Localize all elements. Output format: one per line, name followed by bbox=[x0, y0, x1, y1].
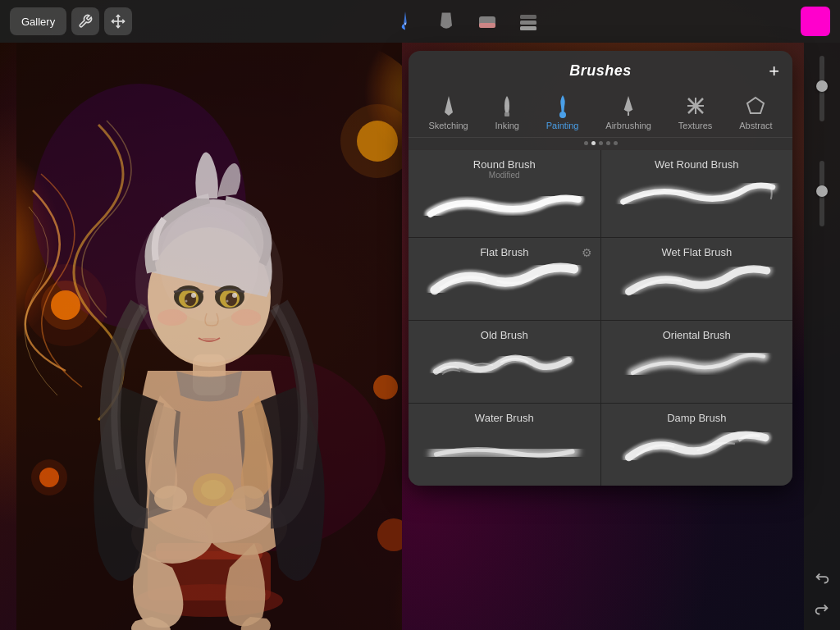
svg-rect-47 bbox=[520, 26, 536, 30]
brush-name-wet-round: Wet Round Brush bbox=[611, 158, 783, 171]
add-brush-button[interactable]: + bbox=[769, 62, 779, 80]
toolbar: Gallery bbox=[0, 0, 840, 43]
opacity-slider[interactable] bbox=[819, 161, 824, 226]
svg-point-20 bbox=[154, 486, 187, 510]
tab-airbrushing-label: Airbrushing bbox=[605, 121, 651, 130]
dot-4 bbox=[606, 141, 610, 145]
airbrushing-icon bbox=[617, 94, 640, 117]
tab-sketching[interactable]: Sketching bbox=[422, 91, 474, 137]
brush-preview-damp bbox=[611, 424, 783, 473]
dot-2 bbox=[591, 141, 596, 145]
brush-grid: Round Brush Modified Wet Round Brush bbox=[409, 150, 792, 486]
svg-point-50 bbox=[559, 112, 566, 118]
brush-preview-flat bbox=[418, 258, 591, 308]
svg-point-39 bbox=[160, 207, 258, 322]
category-tabs: Sketching Inking Painting bbox=[409, 86, 792, 138]
dot-3 bbox=[599, 141, 603, 145]
inking-icon bbox=[495, 94, 518, 117]
settings-button[interactable] bbox=[71, 7, 99, 35]
svg-point-13 bbox=[373, 375, 398, 399]
smudge-tool-icon[interactable] bbox=[431, 7, 461, 36]
brush-cell-wet-flat[interactable]: Wet Flat Brush bbox=[601, 238, 793, 320]
svg-rect-45 bbox=[520, 15, 536, 19]
sketching-icon bbox=[437, 94, 460, 117]
tab-inking[interactable]: Inking bbox=[489, 91, 526, 137]
svg-rect-44 bbox=[479, 23, 495, 28]
right-panel bbox=[804, 43, 840, 630]
brush-cell-round-brush[interactable]: Round Brush Modified bbox=[409, 150, 600, 237]
dot-5 bbox=[614, 141, 618, 145]
panel-header: Brushes + bbox=[409, 51, 792, 86]
brush-cell-old[interactable]: Old Brush bbox=[409, 321, 600, 403]
brush-tool-icon[interactable] bbox=[390, 7, 420, 36]
brush-name-water: Water Brush bbox=[418, 412, 591, 424]
svg-rect-42 bbox=[404, 23, 406, 25]
tab-abstract[interactable]: Abstract bbox=[733, 91, 778, 137]
brush-size-slider[interactable] bbox=[819, 56, 824, 121]
tab-sketching-label: Sketching bbox=[428, 121, 468, 130]
tab-abstract-label: Abstract bbox=[739, 121, 772, 130]
brush-name-damp: Damp Brush bbox=[611, 412, 783, 424]
svg-rect-49 bbox=[504, 112, 509, 116]
tab-dots bbox=[409, 138, 792, 150]
brush-name-wet-flat: Wet Flat Brush bbox=[611, 246, 783, 258]
svg-rect-46 bbox=[520, 21, 536, 25]
textures-icon bbox=[684, 94, 707, 117]
svg-point-23 bbox=[201, 480, 226, 500]
svg-marker-57 bbox=[747, 98, 764, 113]
eraser-tool-icon[interactable] bbox=[472, 7, 502, 36]
canvas-artwork bbox=[16, 43, 402, 630]
flat-brush-settings[interactable]: ⚙ bbox=[582, 246, 592, 259]
brush-cell-flat[interactable]: ⚙ Flat Brush bbox=[409, 238, 600, 320]
brushes-panel: Brushes + Sketching Inking bbox=[409, 51, 792, 486]
gallery-button[interactable]: Gallery bbox=[10, 7, 66, 35]
brush-preview-water bbox=[418, 424, 591, 473]
brush-name-round: Round Brush bbox=[418, 158, 591, 171]
brush-preview-wet-flat bbox=[611, 258, 783, 308]
tab-textures[interactable]: Textures bbox=[672, 91, 719, 137]
toolbar-right bbox=[801, 7, 830, 36]
brush-cell-damp[interactable]: Damp Brush bbox=[601, 404, 793, 486]
brush-cell-water[interactable]: Water Brush bbox=[409, 404, 600, 486]
svg-marker-48 bbox=[445, 96, 453, 116]
brush-name-oriental: Oriental Brush bbox=[611, 329, 783, 341]
tab-textures-label: Textures bbox=[678, 121, 713, 130]
brush-name-flat: Flat Brush bbox=[418, 246, 591, 258]
tab-airbrushing[interactable]: Airbrushing bbox=[599, 91, 658, 137]
brush-name-old: Old Brush bbox=[418, 329, 591, 341]
svg-point-10 bbox=[31, 459, 67, 495]
redo-button[interactable] bbox=[810, 597, 834, 622]
brush-subtitle-round: Modified bbox=[418, 171, 591, 180]
panel-title: Brushes bbox=[569, 62, 632, 80]
undo-button[interactable] bbox=[810, 566, 834, 591]
svg-point-8 bbox=[25, 264, 107, 346]
tab-painting[interactable]: Painting bbox=[540, 91, 586, 137]
svg-point-21 bbox=[231, 486, 264, 510]
color-swatch[interactable] bbox=[801, 7, 830, 36]
painting-icon bbox=[551, 94, 574, 117]
brush-preview-wet-round bbox=[611, 171, 783, 220]
brush-cell-wet-round[interactable]: Wet Round Brush bbox=[601, 150, 793, 237]
layers-tool-icon[interactable] bbox=[514, 7, 543, 36]
toolbar-left: Gallery bbox=[10, 7, 132, 35]
brush-preview-old bbox=[418, 341, 591, 390]
tab-painting-label: Painting bbox=[546, 121, 579, 130]
tab-inking-label: Inking bbox=[495, 121, 519, 130]
toolbar-center bbox=[390, 7, 543, 36]
brush-preview-oriental bbox=[611, 341, 783, 390]
abstract-icon bbox=[744, 94, 767, 117]
transform-button[interactable] bbox=[104, 7, 132, 35]
dot-1 bbox=[584, 141, 588, 145]
brush-preview-round bbox=[418, 181, 591, 231]
brush-cell-oriental[interactable]: Oriental Brush bbox=[601, 321, 793, 403]
